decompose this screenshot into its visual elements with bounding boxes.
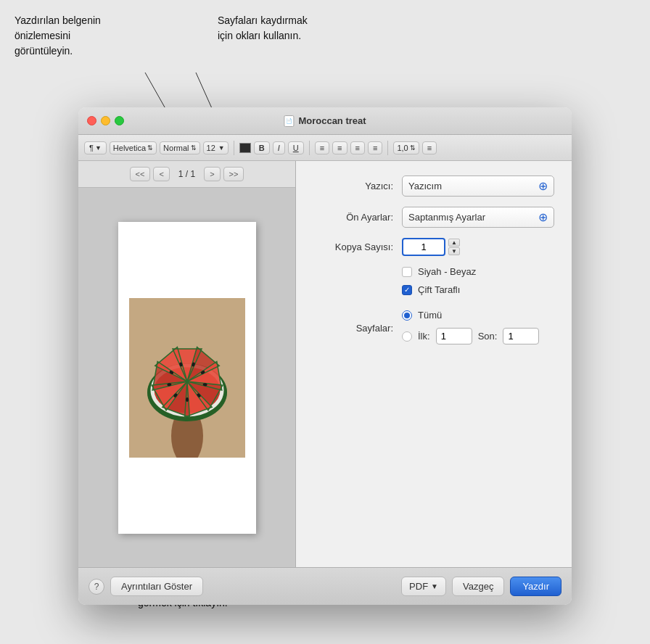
copies-input[interactable] — [402, 238, 445, 256]
maximize-button[interactable] — [115, 116, 124, 125]
all-pages-row: Tümü — [402, 310, 554, 321]
traffic-lights — [87, 116, 124, 125]
line-spacing-selector[interactable]: 1,0 ⇅ — [393, 141, 419, 154]
range-end-input[interactable] — [503, 328, 539, 344]
presets-label: Ön Ayarlar: — [313, 212, 393, 223]
style-chevron: ⇅ — [191, 144, 197, 152]
print-dialog-window: 📄 Moroccan treat ¶ ▼ Helvetica ⇅ Normal … — [78, 107, 572, 605]
duplex-label: Çift Taraflı — [418, 284, 460, 295]
pdf-label: PDF — [409, 581, 428, 592]
font-chevron: ⇅ — [147, 144, 153, 152]
all-pages-radio[interactable] — [402, 310, 412, 321]
bw-checkbox[interactable] — [402, 267, 412, 277]
pages-control: Tümü İlk: Son: — [402, 310, 554, 344]
help-button[interactable]: ? — [89, 579, 104, 595]
font-style-text: Normal — [163, 144, 189, 152]
titlebar: 📄 Moroccan treat — [78, 107, 572, 135]
font-size-selector[interactable]: 12 ▼ — [203, 141, 229, 154]
details-button[interactable]: Ayrıntıları Göster — [110, 577, 203, 596]
printer-label: Yazıcı: — [313, 181, 393, 191]
pages-label: Sayfalar: — [313, 321, 393, 334]
svg-point-34 — [186, 397, 189, 402]
align-left-button[interactable]: ≡ — [315, 141, 329, 154]
range-start-input[interactable] — [436, 328, 472, 344]
pdf-chevron: ▼ — [431, 582, 438, 590]
bw-row: Siyah - Beyaz — [313, 266, 554, 277]
copies-increment[interactable]: ▲ — [448, 239, 460, 247]
font-selector[interactable]: Helvetica ⇅ — [110, 141, 157, 154]
copies-label: Kopya Sayısı: — [313, 242, 393, 252]
preview-area — [78, 188, 295, 567]
copies-stepper: ▲ ▼ — [448, 239, 460, 255]
main-content: << < 1 / 1 > >> — [78, 161, 572, 567]
toolbar-sep-3 — [387, 141, 388, 155]
underline-button[interactable]: U — [288, 141, 304, 154]
all-pages-label: Tümü — [418, 310, 442, 321]
settings-panel: Yazıcı: Yazıcım ⊕ Ön Ayarlar: Saptanmış … — [296, 161, 572, 567]
section-gap — [313, 302, 554, 310]
minimize-button[interactable] — [101, 116, 110, 125]
color-swatch[interactable] — [239, 143, 251, 153]
preview-panel: << < 1 / 1 > >> — [78, 161, 296, 567]
callout-scroll-text: Sayfaları kaydırmakiçin okları kullanın. — [218, 13, 308, 44]
copies-row: Kopya Sayısı: ▲ ▼ — [313, 238, 554, 256]
bold-button[interactable]: B — [254, 141, 270, 154]
presets-control: Saptanmış Ayarlar ⊕ — [402, 207, 554, 228]
title-text: Moroccan treat — [298, 115, 366, 126]
paragraph-button[interactable]: ¶ ▼ — [84, 141, 107, 154]
page-nav-bar: << < 1 / 1 > >> — [78, 161, 295, 188]
font-name-text: Helvetica — [113, 144, 146, 152]
printer-row: Yazıcı: Yazıcım ⊕ — [313, 176, 554, 197]
copies-decrement[interactable]: ▼ — [448, 247, 460, 255]
document-icon: 📄 — [284, 115, 294, 127]
page-indicator: 1 / 1 — [173, 169, 201, 179]
paragraph-chevron: ▼ — [95, 144, 102, 152]
printer-select[interactable]: Yazıcım ⊕ — [402, 176, 554, 197]
presets-value: Saptanmış Ayarlar — [408, 212, 485, 223]
list-button[interactable]: ≡ — [422, 141, 437, 154]
toolbar-sep-1 — [234, 141, 234, 155]
range-from-label: İlk: — [418, 331, 430, 342]
range-to-label: Son: — [478, 331, 498, 342]
range-pages-row: İlk: Son: — [402, 328, 554, 344]
callout-preview-text: Yazdırılan belgeninönizlemesinigörüntüle… — [15, 13, 101, 59]
font-size-text: 12 — [207, 144, 215, 152]
preview-image — [129, 298, 245, 458]
duplex-row: Çift Taraflı — [313, 284, 554, 295]
presets-select[interactable]: Saptanmış Ayarlar ⊕ — [402, 207, 554, 228]
italic-button[interactable]: I — [273, 141, 285, 154]
align-right-button[interactable]: ≡ — [350, 141, 365, 154]
next-page-button[interactable]: > — [204, 167, 220, 181]
last-page-button[interactable]: >> — [223, 167, 244, 181]
pages-radio-group: Tümü İlk: Son: — [402, 310, 554, 344]
first-page-button[interactable]: << — [130, 167, 151, 181]
print-button[interactable]: Yazdır — [510, 577, 561, 596]
prev-page-button[interactable]: < — [153, 167, 169, 181]
spacing-text: 1,0 — [397, 144, 408, 152]
printer-arrow: ⊕ — [538, 179, 548, 193]
bw-label: Siyah - Beyaz — [418, 266, 476, 277]
right-actions: PDF ▼ Vazgeç Yazdır — [401, 577, 561, 596]
bottom-bar: ? Ayrıntıları Göster PDF ▼ Vazgeç Yazdır — [78, 567, 572, 605]
toolbar-sep-2 — [309, 141, 310, 155]
font-style-selector[interactable]: Normal ⇅ — [160, 141, 199, 154]
size-chevron: ▼ — [218, 144, 225, 152]
paragraph-icon: ¶ — [89, 144, 94, 152]
window-title: 📄 Moroccan treat — [284, 115, 366, 127]
printer-control: Yazıcım ⊕ — [402, 176, 554, 197]
left-actions: ? Ayrıntıları Göster — [89, 577, 203, 596]
printer-value: Yazıcım — [408, 181, 442, 191]
close-button[interactable] — [87, 116, 96, 125]
pdf-button[interactable]: PDF ▼ — [401, 577, 446, 596]
pages-row: Sayfalar: Tümü İlk: Son: — [313, 310, 554, 344]
align-center-button[interactable]: ≡ — [332, 141, 347, 154]
cancel-button[interactable]: Vazgeç — [452, 577, 504, 596]
copies-input-wrap: ▲ ▼ — [402, 238, 554, 256]
range-pages-radio[interactable] — [402, 331, 412, 342]
presets-row: Ön Ayarlar: Saptanmış Ayarlar ⊕ — [313, 207, 554, 228]
presets-arrow: ⊕ — [538, 210, 548, 224]
spacing-chevron: ⇅ — [410, 144, 416, 152]
preview-page — [118, 222, 256, 534]
duplex-checkbox[interactable] — [402, 285, 412, 295]
align-justify-button[interactable]: ≡ — [368, 141, 382, 154]
